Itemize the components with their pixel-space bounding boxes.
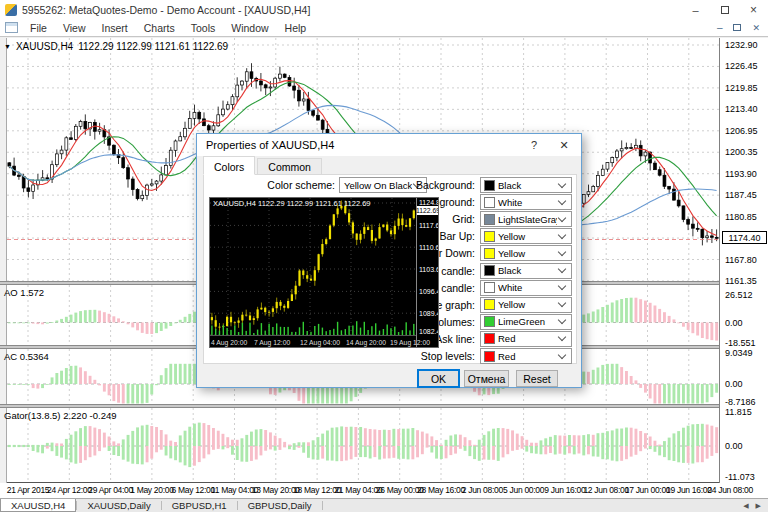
color-combo-line-graph[interactable]: Yellow <box>480 297 572 313</box>
color-swatch <box>484 282 495 293</box>
child-minimize-icon[interactable]: – <box>717 22 723 33</box>
preview-time-label: 12 Aug 04:00 <box>300 339 340 346</box>
price-axis-label: 0.00 <box>725 441 743 451</box>
tab-scroll-controls: ◀▶ <box>743 499 768 512</box>
chart-tab-gbpusd-h1[interactable]: GBPUSD,H1 <box>162 499 237 512</box>
color-combo-bar-down[interactable]: Yellow <box>480 245 572 261</box>
price-axis-label: 1213.40 <box>725 104 758 114</box>
maximize-button[interactable] <box>710 0 739 19</box>
chevron-down-icon <box>558 248 566 256</box>
color-combo-volumes[interactable]: LimeGreen <box>480 314 572 330</box>
menu-window[interactable]: Window <box>223 22 276 34</box>
price-axis-label: 1200.35 <box>725 147 758 157</box>
color-swatch <box>484 214 495 225</box>
color-combo-bar-up[interactable]: Yellow <box>480 228 572 244</box>
color-combo-line-graph-value: Yellow <box>498 299 557 310</box>
chart-ohlc: 1122.29 1122.99 1121.61 1122.69 <box>78 41 228 52</box>
dialog-close-button[interactable]: ✕ <box>549 139 579 152</box>
chart-tab-xauusd-h4[interactable]: XAUUSD,H4 <box>0 499 76 512</box>
color-combo-background-value: Black <box>498 180 557 191</box>
time-axis-label: 6 May 12:00 <box>171 485 214 495</box>
color-combo-ask-line-value: Red <box>498 333 557 344</box>
preview-price-label: 1103.60 <box>419 266 439 273</box>
time-axis-label: 5 Jun 00:00 <box>503 485 544 495</box>
time-axis-label: 29 Apr 04:00 <box>88 485 133 495</box>
child-close-icon[interactable]: ✕ <box>752 23 760 33</box>
color-combo-bear-candle[interactable]: White <box>480 280 572 296</box>
dialog-tab-strip: ColorsCommon <box>203 158 324 175</box>
chart-symbol: XAUUSD,H4 <box>16 41 73 52</box>
window-title: 5955262: MetaQuotes-Demo - Demo Account … <box>22 4 681 16</box>
indicator-label: AO 1.572 <box>4 287 44 298</box>
chevron-down-icon <box>558 179 566 187</box>
color-combo-grid[interactable]: LightSlateGray <box>480 211 572 227</box>
menu-tools[interactable]: Tools <box>183 22 224 34</box>
minimize-button[interactable]: – <box>681 0 710 19</box>
chevron-down-icon <box>558 213 566 221</box>
color-combo-grid-value: LightSlateGray <box>498 214 557 225</box>
color-option-label-stop-levels: Stop levels: <box>390 350 475 362</box>
price-axis-label: 11.815 <box>725 407 752 417</box>
color-scheme-label: Color scheme: <box>234 179 335 191</box>
price-axis-label: 1161.35 <box>725 276 757 286</box>
chart-tab-gbpusd-daily[interactable]: GBPUSD,Daily <box>238 499 322 512</box>
preview-price-label: 1096.40 <box>419 288 439 295</box>
preview-svg <box>210 198 416 348</box>
price-axis[interactable]: 1232.901226.451219.851213.401206.951200.… <box>719 38 768 483</box>
dialog-tab-colors[interactable]: Colors <box>203 156 255 175</box>
preview-price-label: 1110.60 <box>419 244 439 251</box>
price-axis-label: 1206.95 <box>725 126 758 136</box>
help-button[interactable]: ? <box>519 139 549 151</box>
properties-dialog: Properties of XAUUSD,H4?✕ColorsCommonCol… <box>196 133 582 388</box>
menu-help[interactable]: Help <box>277 22 315 34</box>
chevron-down-icon <box>558 265 566 273</box>
child-restore-icon[interactable] <box>733 24 741 31</box>
scroll-left-icon[interactable]: ◀ <box>743 502 748 510</box>
menu-file[interactable]: File <box>22 22 55 34</box>
color-option-label-background: Background: <box>390 179 475 191</box>
chart-window-icon <box>5 22 18 33</box>
preview-price-label: 1082.40 <box>419 328 439 335</box>
chevron-down-icon <box>558 316 566 324</box>
color-swatch <box>484 299 495 310</box>
close-button[interactable]: × <box>739 0 768 19</box>
title-bar[interactable]: 5955262: MetaQuotes-Demo - Demo Account … <box>0 0 768 19</box>
preview-time-label: 19 Aug 12:00 <box>390 339 430 346</box>
price-axis-label: 1167.80 <box>725 255 757 265</box>
dialog-title-bar[interactable]: Properties of XAUUSD,H4?✕ <box>197 134 581 156</box>
preview-price-label: 1124.80 <box>419 199 439 206</box>
time-axis-label: 17 Jun 00:00 <box>625 485 671 495</box>
cancel-button[interactable]: Отмена <box>464 370 509 387</box>
color-combo-bear-candle-value: White <box>498 282 557 293</box>
dialog-title: Properties of XAUUSD,H4 <box>206 139 519 151</box>
color-combo-background[interactable]: Black <box>480 177 572 193</box>
time-axis[interactable]: 21 Apr 201524 Apr 12:0029 Apr 04:001 May… <box>0 483 768 498</box>
time-axis-label: 24 Jun 08:00 <box>707 485 753 495</box>
color-combo-foreground[interactable]: White <box>480 194 572 210</box>
dialog-tab-common[interactable]: Common <box>257 158 322 175</box>
menu-charts[interactable]: Charts <box>136 22 183 34</box>
menu-view[interactable]: View <box>55 22 94 34</box>
ok-button[interactable]: OK <box>418 370 459 387</box>
menu-insert[interactable]: Insert <box>94 22 136 34</box>
chart-tab-xauusd-daily[interactable]: XAUUSD,Daily <box>77 499 160 512</box>
chevron-down-icon <box>558 299 566 307</box>
price-axis-label: 26.512 <box>725 290 753 300</box>
preview-price-label: 1117.60 <box>419 222 439 229</box>
time-axis-label: 28 May 16:00 <box>417 485 465 495</box>
child-window-controls: –✕ <box>717 22 760 33</box>
scroll-right-icon[interactable]: ▶ <box>756 502 761 510</box>
chart-dropdown-icon[interactable]: ▼ <box>4 43 11 50</box>
color-combo-bull-candle[interactable]: Black <box>480 263 572 279</box>
chart-preview: XAUUSD,H4 1122.29 1122.99 1121.61 1122.6… <box>209 197 439 348</box>
color-swatch <box>484 180 495 191</box>
color-combo-stop-levels[interactable]: Red <box>480 348 572 364</box>
reset-button[interactable]: Reset <box>516 370 558 387</box>
color-swatch <box>484 265 495 276</box>
color-combo-bull-candle-value: Black <box>498 265 557 276</box>
color-combo-ask-line[interactable]: Red <box>480 331 572 347</box>
app-icon <box>5 4 17 16</box>
color-swatch <box>484 248 495 259</box>
indicator-label: Gator(13.8.5) 2.220 -0.249 <box>4 410 117 421</box>
price-axis-label: 0.00 <box>725 318 743 328</box>
